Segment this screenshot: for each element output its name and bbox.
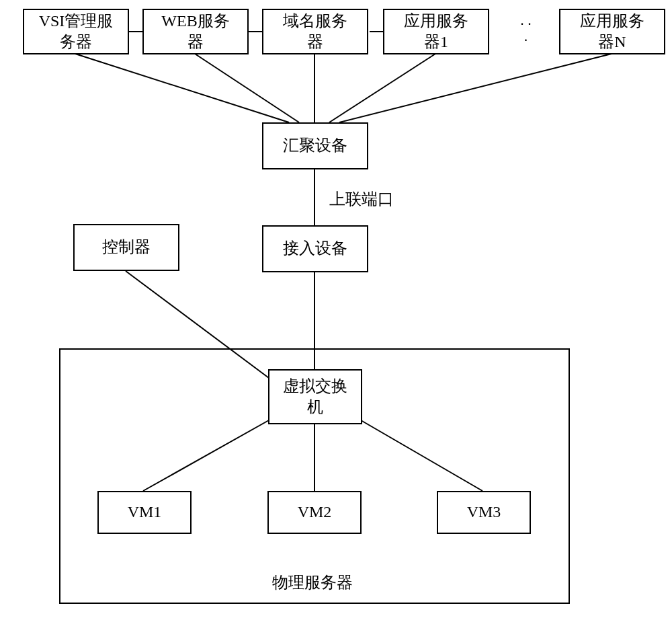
- ellipsis: . . .: [494, 12, 558, 44]
- svg-line-7: [339, 54, 612, 122]
- web-server: WEB服务 器: [142, 9, 249, 54]
- vm1: VM1: [97, 491, 192, 534]
- access-device: 接入设备: [262, 225, 368, 272]
- controller: 控制器: [73, 224, 179, 271]
- app-server-n: 应用服务 器N: [559, 9, 665, 54]
- virtual-switch: 虚拟交换 机: [268, 369, 362, 424]
- dns-server: 域名服务 器: [262, 9, 368, 54]
- app-server-1: 应用服务 器1: [383, 9, 489, 54]
- svg-line-3: [75, 54, 289, 122]
- vm3: VM3: [437, 491, 531, 534]
- aggregation-device: 汇聚设备: [262, 122, 368, 169]
- svg-line-4: [195, 54, 299, 122]
- svg-line-6: [329, 54, 435, 122]
- vm2: VM2: [267, 491, 362, 534]
- physical-server-label: 物理服务器: [272, 572, 353, 593]
- uplink-port-label: 上联端口: [329, 188, 394, 210]
- vsi-management-server: VSI管理服 务器: [23, 9, 129, 54]
